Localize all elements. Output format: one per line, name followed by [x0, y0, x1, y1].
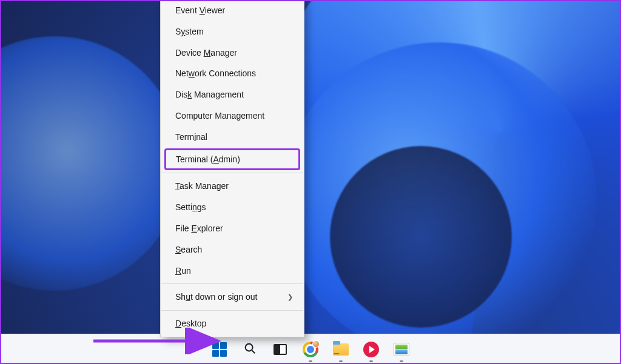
- menu-item-file-explorer[interactable]: File Explorer: [161, 218, 304, 239]
- chevron-right-icon: ❯: [287, 293, 293, 301]
- taskbar-app-control-panel[interactable]: [389, 337, 414, 362]
- menu-item-label: Computer Management: [175, 111, 264, 121]
- menu-item-label: Terminal: [175, 132, 207, 142]
- search-icon: [243, 342, 257, 357]
- menu-item-settings[interactable]: Settings: [161, 197, 304, 218]
- menu-item-run[interactable]: Run: [161, 260, 304, 282]
- menu-item-search[interactable]: Search: [161, 239, 304, 260]
- start-button[interactable]: [207, 337, 232, 362]
- menu-item-label: System: [175, 27, 204, 37]
- control-panel-icon: [394, 343, 409, 356]
- folder-icon: [333, 343, 349, 356]
- avira-icon: [363, 342, 379, 357]
- menu-item-label: Disk Management: [175, 90, 244, 100]
- menu-separator: [161, 283, 303, 284]
- menu-item-label: Terminal (Admin): [176, 154, 240, 165]
- menu-item-device-manager[interactable]: Device Manager: [161, 42, 304, 64]
- desktop-wallpaper: [0, 0, 621, 364]
- task-view-icon: [274, 344, 287, 355]
- menu-item-system[interactable]: System: [161, 21, 304, 42]
- menu-separator: [161, 310, 303, 311]
- taskbar: [0, 334, 621, 364]
- svg-line-1: [252, 350, 255, 353]
- menu-item-network-connections[interactable]: Network Connections: [161, 63, 304, 84]
- menu-item-label: Search: [175, 245, 202, 255]
- menu-item-task-manager[interactable]: Task Manager: [161, 176, 304, 197]
- windows-logo-icon: [212, 342, 227, 357]
- menu-item-label: Settings: [175, 202, 206, 213]
- menu-item-terminal[interactable]: Terminal: [161, 127, 304, 148]
- task-view-button[interactable]: [267, 337, 293, 362]
- taskbar-app-avira[interactable]: [358, 337, 384, 362]
- menu-item-label: Network Connections: [175, 68, 256, 79]
- menu-item-label: Event Viewer: [175, 5, 225, 16]
- menu-item-label: Device Manager: [175, 48, 237, 58]
- menu-item-label: Run: [175, 266, 191, 276]
- menu-item-shutdown[interactable]: Shut down or sign out❯: [161, 286, 304, 308]
- taskbar-app-chrome[interactable]: [298, 337, 323, 362]
- menu-item-label: Desktop: [175, 319, 206, 329]
- taskbar-search-button[interactable]: [237, 337, 263, 362]
- menu-item-event-viewer[interactable]: Event Viewer: [161, 0, 304, 21]
- menu-item-disk-management[interactable]: Disk Management: [161, 84, 304, 105]
- chrome-icon: [303, 342, 318, 357]
- menu-item-terminal-admin[interactable]: Terminal (Admin): [164, 148, 300, 171]
- svg-point-0: [246, 343, 253, 351]
- menu-item-computer-management[interactable]: Computer Management: [161, 105, 304, 127]
- taskbar-app-file-explorer[interactable]: [328, 337, 354, 362]
- menu-item-label: Task Manager: [175, 181, 229, 191]
- menu-item-label: File Explorer: [175, 223, 223, 234]
- winx-context-menu[interactable]: Event ViewerSystemDevice ManagerNetwork …: [160, 0, 304, 337]
- menu-item-label: Shut down or sign out: [175, 292, 257, 302]
- menu-separator: [161, 173, 303, 173]
- menu-item-desktop[interactable]: Desktop: [161, 313, 304, 334]
